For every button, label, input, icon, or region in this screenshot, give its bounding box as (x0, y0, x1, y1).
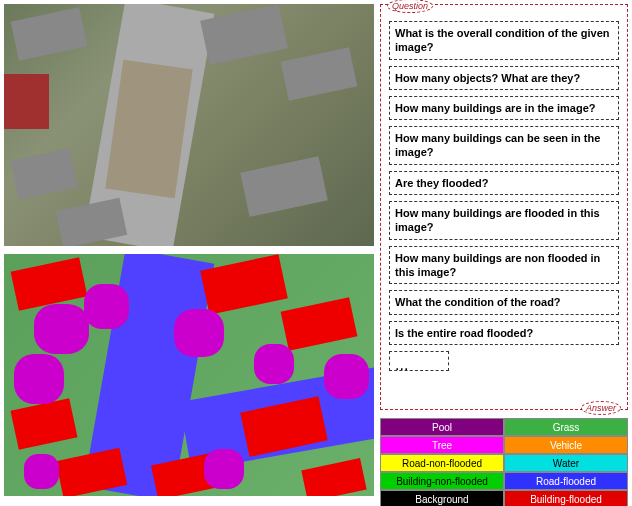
segmentation-image (4, 254, 374, 496)
legend-vehicle: Vehicle (504, 436, 628, 454)
question-row: Is the entire road flooded? (389, 321, 619, 345)
legend-pool: Pool (380, 418, 504, 436)
legend-background: Background (380, 490, 504, 506)
legend-road-flooded: Road-flooded (504, 472, 628, 490)
question-row: What is the overall condition of the giv… (389, 21, 619, 60)
answer-tag: Answer (581, 401, 621, 415)
answer-row: ... (389, 351, 449, 371)
question-row: How many buildings are flooded in this i… (389, 201, 619, 240)
question-row: What the condition of the road? (389, 290, 619, 314)
question-row: How many objects? What are they? (389, 66, 619, 90)
legend-building-flooded: Building-flooded (504, 490, 628, 506)
qa-panel: Question Answer What is the overall cond… (380, 4, 628, 410)
legend-tree: Tree (380, 436, 504, 454)
color-legend: Pool Grass Tree Vehicle Road-non-flooded… (380, 418, 628, 506)
legend-building-non-flooded: Building-non-flooded (380, 472, 504, 490)
question-row: Are they flooded? (389, 171, 619, 195)
legend-water: Water (504, 454, 628, 472)
question-row: How many buildings can be seen in the im… (389, 126, 619, 165)
aerial-image (4, 4, 374, 246)
legend-road-non-flooded: Road-non-flooded (380, 454, 504, 472)
question-row: How many buildings are in the image? (389, 96, 619, 120)
question-tag: Question (387, 0, 433, 13)
question-row: How many buildings are non flooded in th… (389, 246, 619, 285)
legend-grass: Grass (504, 418, 628, 436)
